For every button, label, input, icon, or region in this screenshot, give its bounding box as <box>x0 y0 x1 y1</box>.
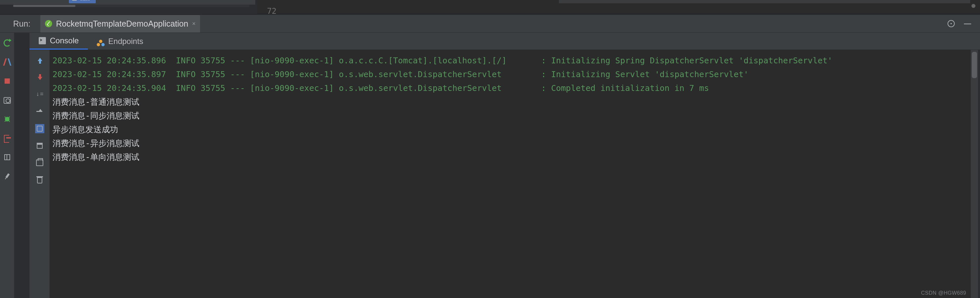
editor-gutter-mark[interactable] <box>970 0 977 14</box>
tab-endpoints[interactable]: Endpoints <box>88 33 153 49</box>
gear-icon[interactable] <box>947 20 955 27</box>
scrollbar-thumb[interactable] <box>13 5 75 7</box>
project-tree-selected[interactable]: static <box>69 0 96 3</box>
endpoints-icon <box>97 38 104 45</box>
toggle-wrap-icon[interactable] <box>35 124 44 133</box>
layout-icon[interactable] <box>3 153 11 161</box>
project-tree[interactable]: static <box>0 0 256 5</box>
folder-icon <box>72 0 77 1</box>
close-icon[interactable]: × <box>192 20 196 27</box>
console-line: 2023-02-15 20:24:35.904 INFO 35755 --- [… <box>52 81 967 95</box>
console-line: 消费消息-异步消息测试 <box>52 137 967 150</box>
editor-scrollbar[interactable] <box>559 0 970 3</box>
console-line: 消费消息-同步消息测试 <box>52 109 967 123</box>
pin-icon[interactable] <box>1 171 13 182</box>
soft-wrap-icon[interactable] <box>35 90 44 99</box>
tab-console-label: Console <box>50 36 79 45</box>
console-line: 异步消息发送成功 <box>52 123 967 137</box>
run-config-name: RocketmqTemplateDemoApplication <box>56 19 188 29</box>
watermark: CSDN @HGW689 <box>921 290 966 296</box>
tab-console[interactable]: Console <box>30 33 88 49</box>
tab-endpoints-label: Endpoints <box>108 37 143 46</box>
clear-all-icon[interactable] <box>35 175 44 185</box>
console-icon <box>39 37 46 44</box>
run-toolwindow-header: Run: RocketmqTemplateDemoApplication × <box>0 14 980 33</box>
console-toolbar <box>30 50 50 298</box>
scroll-to-end-icon[interactable] <box>35 107 44 116</box>
rerun-icon[interactable] <box>3 39 11 47</box>
next-icon[interactable] <box>35 73 44 82</box>
run-config-tab[interactable]: RocketmqTemplateDemoApplication × <box>40 15 200 32</box>
run-label: Run: <box>13 19 30 29</box>
edit-config-icon[interactable] <box>3 58 11 66</box>
editor-area[interactable]: 72 <box>257 0 980 14</box>
console-line: 2023-02-15 20:24:35.897 INFO 35755 --- [… <box>52 68 967 81</box>
stop-icon[interactable] <box>3 77 11 85</box>
run-tabs: Console Endpoints <box>30 33 980 50</box>
run-header-actions <box>947 20 972 27</box>
console-output[interactable]: 2023-02-15 20:24:35.896 INFO 35755 --- [… <box>50 50 970 298</box>
scrollbar-thumb[interactable] <box>972 52 977 78</box>
print-icon[interactable] <box>35 158 44 167</box>
debug-icon[interactable] <box>3 115 11 123</box>
project-tree-selected-label: static <box>80 0 90 1</box>
console-line: 消费消息-单向消息测试 <box>52 150 967 164</box>
project-tree-scrollbar[interactable] <box>13 5 249 7</box>
dump-threads-icon[interactable] <box>3 96 11 104</box>
run-left-toolbar <box>0 33 14 298</box>
console-line: 2023-02-15 20:24:35.896 INFO 35755 --- [… <box>52 54 967 68</box>
spring-boot-icon <box>45 20 52 27</box>
previous-icon[interactable] <box>35 56 44 65</box>
exit-icon[interactable] <box>3 134 11 142</box>
toggle-header-icon[interactable] <box>35 141 44 150</box>
hide-icon[interactable] <box>964 20 972 27</box>
console-scrollbar[interactable] <box>971 50 978 298</box>
console-line: 消费消息-普通消息测试 <box>52 95 967 109</box>
